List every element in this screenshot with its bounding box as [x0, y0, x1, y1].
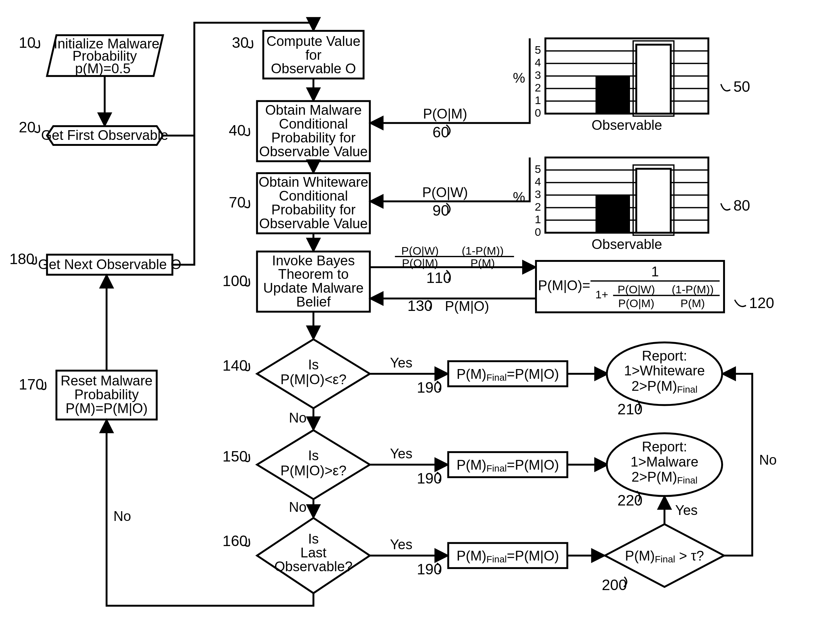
- ref-label: 10: [19, 34, 36, 51]
- text: Compute Value: [266, 33, 360, 49]
- ylabel: %: [513, 70, 525, 85]
- node-compute-value-for-observable: Compute Value for Observable O: [263, 31, 363, 79]
- ref-label: 50: [734, 78, 750, 95]
- edge-label-no: No: [114, 508, 131, 524]
- node-obtain-malware-conditional-probability: Obtain Malware Conditional Probability f…: [257, 101, 370, 161]
- node-report-malware: Report: 1>Malware 2>P(M)Final: [607, 433, 722, 496]
- arrow: [722, 374, 752, 556]
- text: P(M|O)<ε?: [280, 372, 347, 387]
- bar-filled: [595, 195, 630, 233]
- tick: 0: [535, 226, 541, 238]
- ref-pointer: [721, 84, 730, 91]
- bar-filled: [595, 76, 630, 114]
- text: Report:: [642, 348, 687, 363]
- tick: 2: [535, 200, 541, 213]
- text: Is: [308, 531, 319, 546]
- text: P(M)Final=P(M|O): [456, 366, 559, 382]
- node-pm-final-eq-pmo-b: P(M)Final=P(M|O): [448, 452, 568, 477]
- text: Belief: [296, 294, 331, 310]
- ref-label: 140: [223, 357, 248, 374]
- edge-label-no: No: [759, 452, 777, 468]
- edge-label: P(M|O): [445, 298, 489, 314]
- node-initialize-malware-probability: Initialize Malware Probability p(M)=0.5: [47, 35, 163, 76]
- text: Invoke Bayes: [272, 253, 354, 268]
- ref-label: 90: [433, 202, 449, 219]
- ref-label: 20: [19, 119, 36, 136]
- text: P(M)=P(M|O): [66, 401, 148, 416]
- text: Observable O: [271, 61, 356, 76]
- text: Get Next Observable O: [38, 257, 181, 272]
- tick: 2: [535, 81, 541, 94]
- text: 1+: [595, 288, 608, 301]
- tick: 5: [535, 163, 541, 175]
- ref-label: 180: [9, 251, 34, 267]
- text: P(O|W): [617, 283, 655, 296]
- node-obtain-whiteware-conditional-probability: Obtain Whiteware Conditional Probability…: [257, 173, 370, 233]
- text: 1>Malware: [631, 454, 698, 469]
- text: Is: [308, 357, 319, 372]
- text: Observable Value: [259, 144, 368, 159]
- node-reset-malware-probability: Reset Malware Probability P(M)=P(M|O): [56, 371, 157, 420]
- text: p(M)=0.5: [75, 61, 131, 76]
- text: 1>Whiteware: [624, 363, 705, 378]
- decision-pmo-lt-epsilon: Is P(M|O)<ε?: [257, 339, 370, 408]
- ref-label: 60: [433, 124, 449, 141]
- bar-hollow: [636, 169, 671, 233]
- tick: 4: [535, 175, 541, 188]
- edge-label-yes: Yes: [675, 502, 698, 518]
- text: Report:: [642, 439, 687, 454]
- text: Obtain Malware: [265, 102, 362, 118]
- text: Probability for: [271, 130, 356, 145]
- tick: 5: [535, 44, 541, 56]
- text: for: [305, 47, 321, 63]
- tick: 4: [535, 56, 541, 69]
- tick: 3: [535, 69, 541, 81]
- edge-label: P(O|M): [423, 106, 468, 121]
- node-pm-final-eq-pmo-a: P(M)Final=P(M|O): [448, 361, 568, 386]
- text: P(M): [471, 257, 495, 269]
- ref-label: 130: [407, 298, 433, 314]
- tick: 1: [535, 213, 541, 226]
- decision-is-last-observable: Is Last Observable?: [257, 518, 370, 593]
- tick: 0: [535, 106, 541, 119]
- ref-label: 40: [229, 122, 245, 139]
- text: P(O|M): [402, 257, 438, 269]
- text: P(O|W): [401, 245, 439, 257]
- formula-bayes: P(M|O)= 1 1+ P(O|W) (1-P(M)) P(O|M) P(M): [536, 261, 724, 312]
- text: P(M|O)>ε?: [280, 463, 347, 478]
- edge-110-fraction: P(O|W) (1-P(M)) P(O|M) P(M): [395, 245, 514, 270]
- ref-label: 150: [223, 448, 248, 465]
- ref-label: 70: [229, 194, 245, 211]
- ref-label: 120: [749, 295, 774, 311]
- text: Obtain Whiteware: [259, 174, 368, 190]
- xlabel: Observable: [592, 117, 662, 133]
- text: P(M)Final=P(M|O): [456, 548, 559, 564]
- chart-whiteware-histogram: 0 1 2 3 4 5 % Observable: [513, 157, 708, 252]
- ref-label: 160: [223, 532, 248, 549]
- tick: 1: [535, 94, 541, 106]
- edge-label-no: No: [289, 410, 306, 425]
- bar-hollow: [636, 45, 671, 114]
- text: Reset Malware: [61, 373, 153, 388]
- text: Update Malware: [263, 280, 363, 296]
- ref-label: 30: [232, 34, 249, 51]
- text: Last: [300, 545, 327, 560]
- node-invoke-bayes-theorem: Invoke Bayes Theorem to Update Malware B…: [257, 251, 370, 311]
- text: Theorem to: [278, 266, 349, 282]
- text: Probability: [75, 387, 139, 402]
- edge-label-yes: Yes: [390, 355, 413, 370]
- ref-label: 100: [223, 272, 248, 289]
- ref-label: 170: [19, 376, 44, 393]
- text: 1: [652, 264, 659, 279]
- ref-pointer: [735, 300, 746, 307]
- node-get-first-observable: Get First Observable: [41, 126, 169, 145]
- text: Conditional: [279, 116, 348, 132]
- text: Observable Value: [259, 216, 368, 231]
- text: (1-P(M)): [462, 245, 504, 257]
- text: Conditional: [279, 188, 348, 203]
- ylabel: %: [513, 189, 525, 205]
- edge-label-no: No: [289, 499, 306, 514]
- ref-label: 200: [602, 577, 627, 593]
- text: P(M|O)=: [538, 278, 590, 293]
- chart-malware-histogram: 0 1 2 3 4 5 % Observable: [513, 38, 708, 133]
